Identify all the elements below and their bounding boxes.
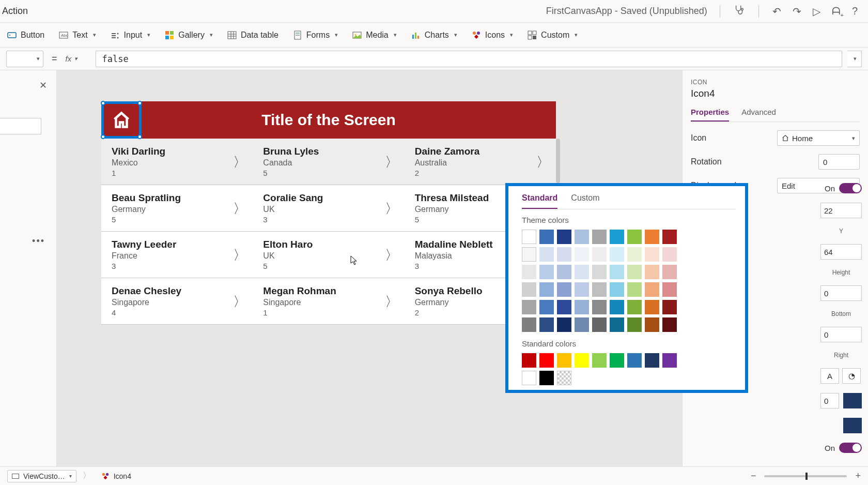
ribbon-custom[interactable]: Custom▾ [528,31,578,40]
color-swatch[interactable] [610,265,624,279]
color-swatch[interactable] [645,353,659,368]
color-swatch[interactable] [557,300,571,314]
color-swatch[interactable] [557,282,571,297]
app-canvas[interactable]: Title of the Screen Viki DarlingMexico1〉… [101,101,556,325]
color-swatch[interactable] [539,371,554,385]
color-swatch[interactable] [575,317,589,332]
canvas-scrollbar[interactable] [556,139,560,183]
color-swatch[interactable] [522,230,536,244]
gallery-cell[interactable]: Viki DarlingMexico1〉 [101,139,253,185]
padding-r-input[interactable]: 0 [820,327,862,342]
color-swatch-preview[interactable] [843,393,862,408]
tab-properties[interactable]: Properties [691,108,729,122]
ribbon-datatable[interactable]: Data table [227,31,278,40]
color-swatch[interactable] [539,282,554,297]
color-swatch[interactable] [627,247,642,262]
chevron-right-icon[interactable]: 〉 [385,292,398,310]
color-swatch[interactable] [575,230,589,244]
color-swatch[interactable] [539,230,554,244]
color-swatch[interactable] [610,353,624,368]
fx-dropdown[interactable]: fx▾ [66,54,90,63]
chevron-right-icon[interactable]: 〉 [233,292,246,310]
screen-selector[interactable]: ViewCusto…▾ [7,470,76,482]
color-swatch[interactable] [557,317,571,332]
prop-rotation-input[interactable]: 0 [818,154,860,170]
color-swatch[interactable] [627,230,642,244]
color-swatch[interactable] [592,282,607,297]
color-swatch[interactable] [539,317,554,332]
font-fill-button[interactable]: ◔ [842,368,861,384]
color-swatch[interactable] [662,300,677,314]
color-swatch-preview-2[interactable] [843,418,862,433]
color-swatch[interactable] [592,353,607,368]
color-swatch[interactable] [522,317,536,332]
color-swatch[interactable] [575,300,589,314]
color-swatch[interactable] [557,247,571,262]
color-swatch[interactable] [522,247,536,262]
color-swatch[interactable] [645,282,659,297]
color-swatch[interactable] [522,265,536,279]
color-swatch[interactable] [557,265,571,279]
gallery-cell[interactable]: Elton HaroUK5〉 [253,232,404,278]
action-menu[interactable]: Action [0,6,28,17]
ribbon-media[interactable]: Media▾ [352,31,397,40]
gallery-cell[interactable]: Tawny LeederFrance3〉 [101,232,253,278]
chevron-right-icon[interactable]: 〉 [233,199,246,217]
formula-input[interactable]: false [96,51,842,67]
tree-search-input[interactable] [0,118,41,134]
color-swatch[interactable] [592,265,607,279]
color-swatch[interactable] [539,247,554,262]
undo-icon[interactable]: ↶ [772,5,781,18]
color-swatch[interactable] [575,247,589,262]
zoom-in-button[interactable]: + [855,471,861,481]
redo-icon[interactable]: ↷ [793,5,801,18]
chevron-right-icon[interactable]: 〉 [233,246,246,264]
color-swatch[interactable] [610,317,624,332]
chevron-right-icon[interactable]: 〉 [233,153,246,171]
help-icon[interactable]: ? [852,5,858,17]
x-input[interactable]: 22 [820,203,862,218]
color-swatch[interactable] [645,300,659,314]
ribbon-forms[interactable]: Forms▾ [293,31,338,40]
gallery-cell[interactable]: Bruna LylesCanada5〉 [253,139,404,185]
color-swatch[interactable] [539,353,554,368]
color-swatch[interactable] [575,353,589,368]
color-swatch[interactable] [522,353,536,368]
zoom-out-button[interactable]: − [751,471,756,481]
selected-icon-control[interactable] [101,101,142,139]
color-swatch[interactable] [645,247,659,262]
color-swatch[interactable] [662,265,677,279]
ribbon-input[interactable]: Input▾ [111,31,151,40]
color-swatch[interactable] [522,282,536,297]
color-swatch[interactable] [627,300,642,314]
color-swatch[interactable] [627,282,642,297]
color-swatch[interactable] [627,317,642,332]
play-icon[interactable]: ▷ [813,5,820,18]
color-swatch[interactable] [575,265,589,279]
height-input[interactable]: 64 [820,244,862,260]
color-swatch[interactable] [592,317,607,332]
ribbon-text[interactable]: AbcText▾ [59,31,96,40]
color-swatch[interactable] [662,230,677,244]
color-swatch[interactable] [539,300,554,314]
color-swatch[interactable] [557,230,571,244]
property-selector[interactable]: ▾ [6,51,43,67]
color-swatch[interactable] [592,247,607,262]
gallery-control[interactable]: Viki DarlingMexico1〉Bruna LylesCanada5〉D… [101,139,556,325]
gallery-cell[interactable]: Megan RohmanSingapore1〉 [253,278,404,324]
prop-icon-dropdown[interactable]: Home▾ [777,130,860,146]
focus-border-toggle[interactable] [839,443,862,453]
color-swatch[interactable] [557,353,571,368]
app-checker-icon[interactable] [734,4,745,18]
color-swatch[interactable] [662,353,677,368]
more-icon[interactable]: ••• [32,236,45,247]
ribbon-icons[interactable]: Icons▾ [472,31,513,40]
color-swatch[interactable] [539,265,554,279]
gallery-cell[interactable]: Daine ZamoraAustralia2〉 [405,139,556,185]
padding-b-input[interactable]: 0 [820,285,862,301]
gallery-cell[interactable]: Denae ChesleySingapore4〉 [101,278,253,324]
color-swatch[interactable] [627,265,642,279]
visible-toggle[interactable] [839,183,862,193]
color-swatch[interactable] [592,230,607,244]
color-swatch[interactable] [645,230,659,244]
